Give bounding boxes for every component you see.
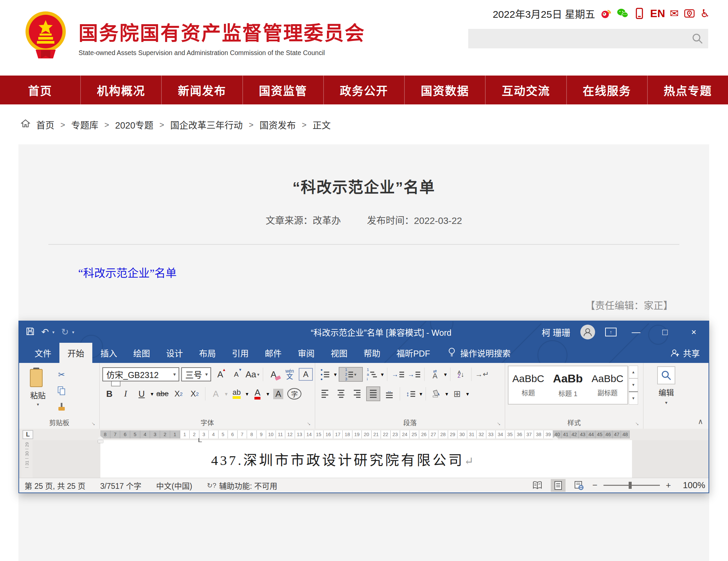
breadcrumb-item[interactable]: 国资发布 xyxy=(259,118,296,131)
attachment-link[interactable]: “科改示范企业”名单 xyxy=(78,264,177,280)
breadcrumb-item[interactable]: 2020专题 xyxy=(115,118,153,131)
undo-dropdown-icon[interactable]: ▾ xyxy=(52,330,55,335)
character-shading-button[interactable]: A xyxy=(271,386,285,401)
asian-layout-dropdown-icon[interactable]: ▾ xyxy=(444,371,447,378)
nav-item-4[interactable]: 国资监管 xyxy=(242,76,323,104)
highlight-dropdown-icon[interactable]: ▾ xyxy=(246,391,248,397)
undo-icon[interactable]: ↶ xyxy=(41,327,49,337)
tab-selector[interactable]: L xyxy=(22,430,33,439)
tab-引用[interactable]: 引用 xyxy=(224,343,257,363)
font-color-dropdown-icon[interactable]: ▾ xyxy=(266,391,269,397)
line-spacing-dropdown-icon[interactable]: ▾ xyxy=(420,391,422,397)
page-indicator[interactable]: 第 25 页, 共 25 页 xyxy=(25,480,86,491)
align-center-button[interactable] xyxy=(334,386,348,401)
language-indicator[interactable]: 中文(中国) xyxy=(156,480,192,491)
sort-button[interactable]: AZ↓ xyxy=(454,367,468,382)
tell-me-search[interactable]: 操作说明搜索 xyxy=(447,343,511,363)
search-input[interactable] xyxy=(468,29,708,48)
shrink-font-button[interactable]: A▼ xyxy=(229,367,243,382)
copy-icon[interactable] xyxy=(54,384,69,397)
tab-设计[interactable]: 设计 xyxy=(158,343,191,363)
document-area[interactable]: 293031 437.深圳市市政设计研究院有限公司↵ xyxy=(19,440,709,478)
style-item[interactable]: AaBbC标题 xyxy=(508,366,548,404)
line-spacing-button[interactable]: ↕ xyxy=(403,386,418,401)
font-size-select[interactable]: 三号▾ xyxy=(181,367,211,381)
increase-indent-button[interactable]: → xyxy=(407,367,421,382)
accessibility-status[interactable]: ↻? 辅助功能: 不可用 xyxy=(207,480,278,491)
tab-插入[interactable]: 插入 xyxy=(92,343,125,363)
text-effects-button[interactable]: A xyxy=(209,386,223,401)
zoom-level[interactable]: 100% xyxy=(677,480,705,490)
phonetic-guide-button[interactable]: wén文 xyxy=(283,367,297,382)
redo-icon[interactable]: ↻ xyxy=(61,327,69,337)
clear-formatting-button[interactable]: A xyxy=(266,367,281,382)
styles-scroll-down-icon[interactable]: ▼ xyxy=(629,378,638,391)
breadcrumb-item[interactable]: 国企改革三年行动 xyxy=(170,118,243,131)
minimize-button[interactable]: — xyxy=(627,327,645,337)
nav-item-9[interactable]: 热点专题 xyxy=(647,76,728,104)
nav-item-6[interactable]: 国资数据 xyxy=(404,76,485,104)
breadcrumb-item[interactable]: 专题库 xyxy=(71,118,98,131)
wechat-icon[interactable] xyxy=(617,7,629,19)
breadcrumb-home[interactable]: 首页 xyxy=(36,118,54,131)
mobile-icon[interactable] xyxy=(633,7,645,19)
justify-button[interactable] xyxy=(366,386,380,401)
accessibility-icon[interactable]: ♿ xyxy=(700,7,710,20)
ribbon-display-options-icon[interactable]: ↑ xyxy=(605,328,617,336)
tab-stop-marker[interactable]: L xyxy=(198,437,202,443)
character-border-button[interactable]: A xyxy=(299,368,313,381)
superscript-button[interactable]: X2 xyxy=(188,386,202,401)
maximize-button[interactable]: □ xyxy=(656,327,674,337)
paste-button[interactable]: 粘贴 ▾ xyxy=(22,366,54,419)
search-icon[interactable] xyxy=(691,33,703,46)
strikethrough-button[interactable]: abe xyxy=(155,386,169,401)
zoom-slider[interactable] xyxy=(603,485,660,486)
shading-button[interactable] xyxy=(429,386,443,401)
editing-dropdown-icon[interactable]: ▾ xyxy=(665,400,667,405)
decrease-indent-button[interactable]: ← xyxy=(391,367,405,382)
tab-开始[interactable]: 开始 xyxy=(59,343,92,363)
styles-more-icon[interactable]: ▼ xyxy=(629,391,638,405)
word-count[interactable]: 3/7517 个字 xyxy=(100,480,142,491)
nav-item-2[interactable]: 机构概况 xyxy=(80,76,161,104)
nav-item-7[interactable]: 互动交流 xyxy=(485,76,566,104)
avatar[interactable] xyxy=(580,325,595,339)
account-user-name[interactable]: 柯 珊珊 xyxy=(542,326,570,338)
tab-布局[interactable]: 布局 xyxy=(191,343,224,363)
subscript-button[interactable]: X2 xyxy=(172,386,186,401)
multilevel-list-button[interactable]: 1ai xyxy=(365,367,379,382)
document-page[interactable]: 437.深圳市市政设计研究院有限公司↵ xyxy=(100,440,632,478)
grow-font-button[interactable]: A▲ xyxy=(213,367,227,382)
nav-item-3[interactable]: 新闻发布 xyxy=(161,76,242,104)
breadcrumb-item[interactable]: 正文 xyxy=(312,118,331,131)
site-search[interactable] xyxy=(468,29,708,48)
asian-layout-button[interactable]: ⇄A xyxy=(428,367,442,382)
show-marks-button[interactable]: →↵ xyxy=(475,367,489,382)
find-icon[interactable] xyxy=(657,366,675,384)
tab-绘图[interactable]: 绘图 xyxy=(125,343,158,363)
nav-item-1[interactable]: 首页 xyxy=(0,76,80,104)
tab-福昕PDF[interactable]: 福昕PDF xyxy=(388,343,438,363)
bullets-dropdown-icon[interactable]: ▾ xyxy=(334,371,337,378)
tab-邮件[interactable]: 邮件 xyxy=(257,343,290,363)
numbering-button[interactable]: 123 ▾ xyxy=(339,367,363,382)
zoom-in-button[interactable]: + xyxy=(666,480,671,490)
styles-scroll-up-icon[interactable]: ▲ xyxy=(629,366,638,378)
zoom-slider-thumb[interactable] xyxy=(629,482,632,489)
english-version-link[interactable]: EN xyxy=(650,7,665,20)
font-color-button[interactable]: A xyxy=(250,386,264,401)
numbering-dropdown-icon[interactable]: ▾ xyxy=(354,372,356,377)
tab-文件[interactable]: 文件 xyxy=(27,343,59,363)
change-case-button[interactable]: Aa▾ xyxy=(245,367,259,382)
nav-item-5[interactable]: 政务公开 xyxy=(323,76,404,104)
web-layout-icon[interactable] xyxy=(572,479,586,492)
nav-item-8[interactable]: 在线服务 xyxy=(566,76,647,104)
enclose-characters-button[interactable]: 字 xyxy=(287,388,301,400)
align-right-button[interactable] xyxy=(350,386,364,401)
print-layout-icon[interactable] xyxy=(551,479,566,492)
close-button[interactable]: × xyxy=(684,327,703,337)
underline-button[interactable]: U xyxy=(135,386,149,401)
tab-视图[interactable]: 视图 xyxy=(323,343,355,363)
shading-dropdown-icon[interactable]: ▾ xyxy=(445,391,448,397)
bold-button[interactable]: B xyxy=(102,386,116,401)
